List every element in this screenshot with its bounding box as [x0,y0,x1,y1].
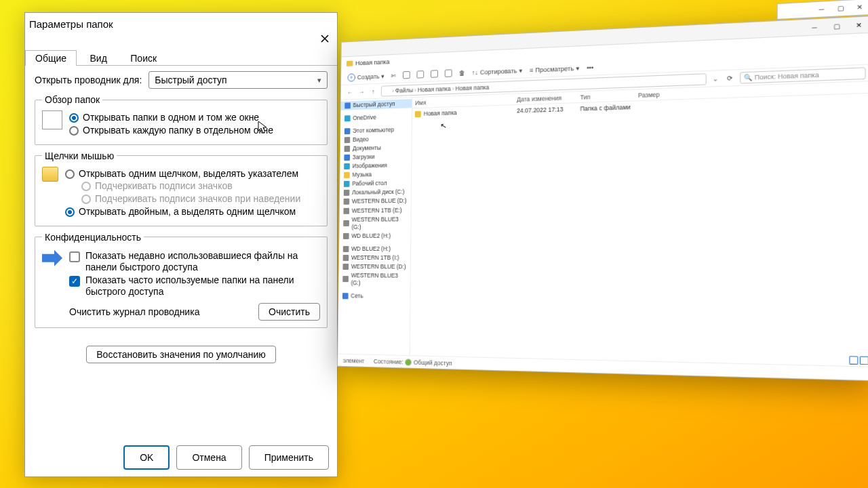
sidebar-item-drive[interactable]: WESTERN BLUE (D:) [340,197,411,206]
click-group: Щелчки мышью Открывать одним щелчком, вы… [35,150,328,226]
minimize-button[interactable]: ─ [805,20,824,33]
tab-general[interactable]: Общие [25,50,77,66]
col-date[interactable]: Дата изменения [514,94,577,103]
breadcrumb-part[interactable]: Новая папка [418,85,451,93]
radio-new-window[interactable] [69,126,79,136]
sidebar-label: Рабочий стол [352,180,387,188]
check-recent-files[interactable] [69,251,80,262]
status-count: элемент [343,357,365,364]
plus-icon: + [348,73,356,81]
sidebar-label: WESTERN BLUE3 (G:) [352,216,407,231]
sidebar-label: OneDrive [353,114,376,122]
share-button[interactable] [445,69,452,77]
drive-icon [344,190,350,196]
radio-same-window[interactable] [69,113,79,123]
sidebar-label: Локальный диск (C:) [352,188,405,197]
cloud-icon [344,115,351,121]
privacy-group: Конфиденциальность Показать недавно испо… [35,232,328,328]
col-size[interactable]: Размер [635,90,672,99]
sidebar-item-drive[interactable]: WESTERN BLUE3 (G:) [339,215,410,232]
open-explorer-select[interactable]: Быстрый доступ ▾ [149,71,328,89]
sidebar-label: WESTERN BLUE3 (G:) [351,272,406,287]
parent-minimize-button[interactable]: ─ [814,3,829,15]
arrow-icon [42,248,62,268]
click-legend: Щелчки мышью [42,150,117,161]
paste-button[interactable] [417,70,425,79]
col-type[interactable]: Тип [577,92,635,100]
document-icon [344,146,351,152]
apply-button[interactable]: Применить [249,445,329,470]
maximize-button[interactable]: ▢ [827,20,846,33]
file-list: Имя Дата изменения Тип Размер Новая папк… [410,81,868,367]
sidebar-item-drive[interactable]: WESTERN 1TB (E:) [340,205,411,215]
sidebar-label: Документы [353,144,381,152]
copy-button[interactable] [403,71,410,79]
sidebar-item-network[interactable]: Сеть [338,291,410,301]
sidebar-item-drive[interactable]: WESTERN 1TB (I:) [339,253,410,262]
chevron-down-icon: ▾ [317,76,321,85]
sidebar-label: Изображения [353,162,387,170]
cancel-button[interactable]: Отмена [176,445,241,470]
ok-button[interactable]: OK [123,445,170,470]
close-icon [321,35,329,43]
rename-button[interactable] [431,70,438,78]
folder-cursor-icon [42,167,58,182]
new-button[interactable]: + Создать ▾ [348,72,385,81]
sidebar-item-c-drive[interactable]: Локальный диск (C:) [340,188,411,198]
sidebar-item-drive[interactable]: WESTERN BLUE (D:) [339,262,410,272]
close-button[interactable] [315,32,334,45]
open-explorer-label: Открыть проводник для: [35,75,142,85]
view-button[interactable]: ≡ Просматреть ▾ [530,64,580,73]
col-name[interactable]: Имя [412,96,514,106]
tab-label[interactable]: Новая папка [355,58,389,66]
tab-view[interactable]: Вид [80,50,117,66]
check-recent-files-label: Показать недавно использовавшиеся файлы … [85,250,320,273]
drive-icon [343,220,349,226]
cut-button[interactable]: ✄ [391,72,397,79]
sidebar-label: Видео [353,136,369,144]
trash-icon: 🗑 [459,69,465,77]
sidebar-label: Загрузки [353,153,375,161]
view-switch [849,356,868,365]
radio-single-click[interactable] [65,169,75,179]
search-input[interactable]: 🔍 Поиск: Новая папка [740,67,866,83]
up-button[interactable]: ↑ [370,87,378,94]
window-icon [42,110,62,129]
tab-search[interactable]: Поиск [120,50,167,66]
forward-button[interactable]: → [357,88,366,95]
parent-close-button[interactable]: ✕ [852,1,868,13]
sort-button[interactable]: ↑↓ Сортировать ▾ [472,67,523,76]
paste-icon [417,70,425,79]
folder-icon [386,88,391,93]
radio-new-window-label: Открывать каждую папку в отдельном окне [83,125,320,136]
back-button[interactable]: ← [346,89,353,96]
refresh-button[interactable]: ⟳ [725,74,736,81]
breadcrumb-part[interactable]: Файлы [395,86,413,94]
check-frequent-folders[interactable]: ✓ [69,276,80,287]
folder-options-dialog: Параметры папок Общие Вид Поиск Открыть … [24,12,338,477]
folder-icon [415,110,421,117]
delete-button[interactable]: 🗑 [459,69,465,77]
radio-same-window-label: Открывать папки в одном и том же окне [83,112,320,123]
sidebar-item-drive[interactable]: WD BLUE2 (H:) [339,231,410,241]
sidebar-item-drive[interactable]: WD BLUE2 (H:) [339,244,410,253]
close-window-button[interactable]: ✕ [850,18,868,31]
parent-maximize-button[interactable]: ▢ [833,3,849,14]
breadcrumb-part[interactable]: Новая папка [456,83,490,92]
view-thumbs-button[interactable] [860,357,868,365]
cell-date: 24.07.2022 17:13 [514,105,577,114]
radio-double-click[interactable] [65,207,75,217]
clear-button[interactable]: Очистить [258,303,320,321]
restore-defaults-button[interactable]: Восстановить значения по умолчанию [86,346,275,363]
scissors-icon: ✄ [391,72,397,79]
sidebar-label: Музыка [352,171,372,180]
sidebar-item-drive[interactable]: WESTERN BLUE3 (G:) [338,271,410,288]
explorer-window: ─ ▢ ✕ ─ ▢ ✕ Новая папка + Создать ▾ ✄ � [337,16,868,381]
privacy-legend: Конфиденциальность [42,232,144,243]
address-dropdown-button[interactable]: ⌄ [711,75,720,82]
more-button[interactable]: ••• [587,64,593,71]
new-label: Создать [357,73,380,80]
search-placeholder: Поиск: Новая папка [755,71,819,81]
drive-icon [342,276,349,282]
view-details-button[interactable] [849,356,858,365]
